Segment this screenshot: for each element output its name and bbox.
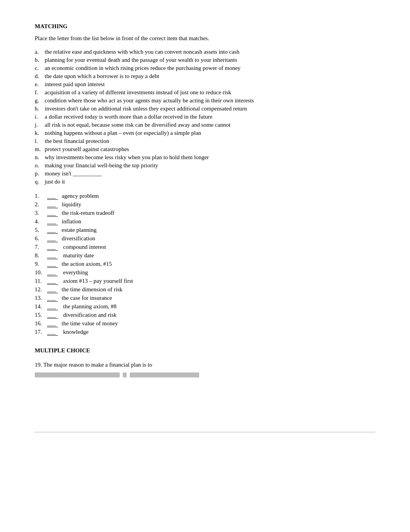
matching-letter: p. <box>35 170 43 177</box>
multiple-choice-title: MULTIPLE CHOICE <box>35 347 375 354</box>
item-number: 12. <box>35 286 47 293</box>
item-text: diversification and risk <box>60 312 117 318</box>
answer-blank[interactable]: ___ <box>47 278 58 285</box>
item-text: diversification <box>60 235 95 242</box>
item-number: 11. <box>35 278 47 284</box>
matching-item-text: money isn't __________ <box>43 170 102 177</box>
answer-blank[interactable]: ___ <box>47 244 58 251</box>
matching-letter: l. <box>35 138 43 144</box>
numbered-list-item: 11.___ axiom #13 – pay yourself first <box>35 278 375 285</box>
numbered-list-item: 13.___ the case for insurance <box>35 295 375 302</box>
item-text: axiom #13 – pay yourself first <box>60 278 133 284</box>
matching-list-item: j. all risk is not equal, because some r… <box>35 122 375 128</box>
matching-item-text: the date upon which a borrower is to rep… <box>43 73 159 80</box>
matching-item-text: nothing happens without a plan – even (o… <box>43 130 201 136</box>
answer-blank[interactable]: ___ <box>47 201 58 208</box>
item-text: the time dimension of risk <box>60 286 122 293</box>
item-number: 6. <box>35 235 47 242</box>
item-number: 3. <box>35 210 47 216</box>
matching-letter: c. <box>35 65 43 71</box>
answer-blank[interactable]: ___ <box>47 295 58 302</box>
numbered-list-item: 1.___ agency problem <box>35 193 375 200</box>
item-text: liquidity <box>60 201 81 208</box>
item-text: the risk-return tradeoff <box>60 210 114 216</box>
matching-letter: a. <box>35 49 43 55</box>
answer-blank[interactable]: ___ <box>47 320 58 327</box>
answer-blank[interactable]: ___ <box>47 235 58 242</box>
matching-list-item: o. making your financial well-being the … <box>35 162 375 169</box>
numbered-list-item: 8.___ maturity date <box>35 252 375 259</box>
matching-letter: b. <box>35 57 43 63</box>
item-number: 13. <box>35 295 47 301</box>
numbered-list-item: 2.___ liquidity <box>35 201 375 208</box>
matching-list-item: l. the best financial protection <box>35 138 375 144</box>
item-number: 15. <box>35 312 47 318</box>
matching-letter: q. <box>35 178 43 185</box>
item-text: the time value of money <box>60 320 118 327</box>
matching-list-item: m. protect yourself against catastrophes <box>35 146 375 153</box>
item-number: 10. <box>35 269 47 276</box>
answer-blank[interactable]: ___ <box>47 227 58 234</box>
matching-list-item: q. just do it <box>35 178 375 185</box>
matching-letter: d. <box>35 73 43 80</box>
item-number: 16. <box>35 320 47 327</box>
item-text: the case for insurance <box>60 295 112 301</box>
numbered-list-item: 16.___ the time value of money <box>35 320 375 327</box>
matching-item-text: why investments become less risky when y… <box>43 154 209 161</box>
numbered-list-item: 17.___ knowledge <box>35 329 375 336</box>
item-number: 5. <box>35 227 47 233</box>
numbered-list-item: 3.___ the risk-return tradeoff <box>35 210 375 217</box>
answer-blank[interactable]: ___ <box>47 269 58 276</box>
question-19: 19. The major reason to make a financial… <box>35 362 375 378</box>
matching-item-text: an economic condition in which rising pr… <box>43 65 241 71</box>
matching-item-text: just do it <box>43 178 65 185</box>
matching-list-item: i. a dollar received today is worth more… <box>35 114 375 120</box>
matching-item-text: the best financial protection <box>43 138 109 144</box>
item-text: maturity date <box>60 252 94 259</box>
answer-blank[interactable]: ___ <box>47 303 58 310</box>
question-19-redacted <box>35 371 375 378</box>
matching-item-text: making your financial well-being the top… <box>43 162 158 169</box>
matching-list-item: c. an economic condition in which rising… <box>35 65 375 71</box>
matching-letter: m. <box>35 146 43 153</box>
numbered-list-item: 7.___ compound interest <box>35 244 375 251</box>
matching-item-text: acquisition of a variety of different in… <box>43 89 231 96</box>
answer-blank[interactable]: ___ <box>47 286 58 293</box>
item-number: 7. <box>35 244 47 250</box>
answer-blank[interactable]: ___ <box>47 261 58 268</box>
matching-list-item: f. acquisition of a variety of different… <box>35 89 375 96</box>
answer-blank[interactable]: ___ <box>47 218 58 225</box>
matching-letter: f. <box>35 89 43 96</box>
item-text: inflation <box>60 218 81 225</box>
item-text: knowledge <box>60 329 88 335</box>
matching-list-item: e. interest paid upon interest <box>35 81 375 88</box>
item-number: 1. <box>35 193 47 199</box>
bottom-divider <box>35 432 375 432</box>
answer-blank[interactable]: ___ <box>47 193 58 200</box>
matching-letter: k. <box>35 130 43 136</box>
matching-list-item: p. money isn't __________ <box>35 170 375 177</box>
numbered-list-item: 12.___ the time dimension of risk <box>35 286 375 293</box>
answer-blank[interactable]: ___ <box>47 210 58 217</box>
matching-letter: n. <box>35 154 43 161</box>
matching-list-item: k. nothing happens without a plan – even… <box>35 130 375 136</box>
matching-item-text: planning for your eventual death and the… <box>43 57 237 63</box>
question-19-number: 19. <box>35 362 42 368</box>
matching-list: a. the relative ease and quickness with … <box>35 49 375 185</box>
answer-blank[interactable]: ___ <box>47 252 58 259</box>
matching-letter: g. <box>35 97 43 104</box>
matching-item-text: condition where those who act as your ag… <box>43 97 254 104</box>
answer-blank[interactable]: ___ <box>47 312 58 319</box>
item-text: estate planning <box>60 227 97 233</box>
answer-blank[interactable]: ___ <box>47 329 58 336</box>
item-text: the action axiom, #15 <box>60 261 112 267</box>
item-number: 17. <box>35 329 47 335</box>
matching-item-text: the relative ease and quickness with whi… <box>43 49 239 55</box>
item-text: agency problem <box>60 193 99 199</box>
numbered-list-item: 4.___ inflation <box>35 218 375 225</box>
item-number: 4. <box>35 218 47 225</box>
matching-letter: e. <box>35 81 43 88</box>
multiple-choice-section: MULTIPLE CHOICE 19. The major reason to … <box>35 347 375 432</box>
matching-title: MATCHING <box>35 23 375 30</box>
matching-item-text: all risk is not equal, because some risk… <box>43 122 230 128</box>
